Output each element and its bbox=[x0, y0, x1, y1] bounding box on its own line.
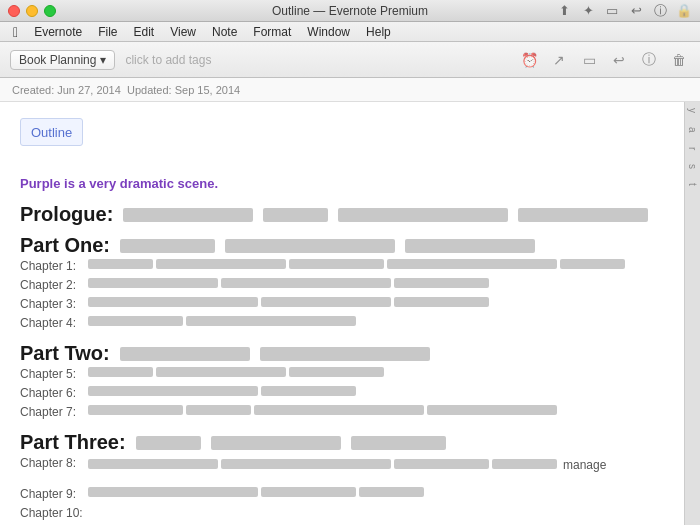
chapter-row: Chapter 3: bbox=[20, 297, 664, 315]
chapter-content bbox=[88, 405, 557, 415]
redacted-block bbox=[88, 386, 258, 396]
window-title: Outline — Evernote Premium bbox=[272, 4, 428, 18]
chapter-overflow: manage bbox=[563, 456, 606, 472]
chapter-label: Chapter 9: bbox=[20, 487, 88, 501]
section-heading-label: Prologue: bbox=[20, 203, 113, 226]
redacted-block bbox=[186, 405, 251, 415]
section-part-two: Part Two: Chapter 5: Chapter 6: bbox=[20, 342, 664, 423]
notebook-name: Book Planning bbox=[19, 53, 96, 67]
menu-note[interactable]: Note bbox=[205, 24, 244, 40]
traffic-lights bbox=[8, 5, 56, 17]
section-part-one: Part One: Chapter 1: Chapter 2: bbox=[20, 234, 664, 334]
tags-field[interactable]: click to add tags bbox=[125, 53, 211, 67]
note-title: Outline bbox=[31, 125, 72, 140]
note-meta: Created: Jun 27, 2014 Updated: Sep 15, 2… bbox=[0, 78, 700, 102]
close-button[interactable] bbox=[8, 5, 20, 17]
redacted-block bbox=[221, 278, 391, 288]
chapter-content bbox=[88, 386, 356, 396]
redacted-block bbox=[225, 239, 395, 253]
lock-icon[interactable]: 🔒 bbox=[676, 3, 692, 19]
chapter-label: Chapter 5: bbox=[20, 367, 88, 381]
notebook-selector[interactable]: Book Planning ▾ bbox=[10, 50, 115, 70]
section-prologue: Prologue: bbox=[20, 203, 664, 226]
section-heading-part-three: Part Three: bbox=[20, 431, 664, 454]
section-heading-part-two: Part Two: bbox=[20, 342, 664, 365]
menu-evernote[interactable]: Evernote bbox=[27, 24, 89, 40]
redacted-block bbox=[88, 405, 183, 415]
note-content[interactable]: Outline Purple is a very dramatic scene.… bbox=[0, 102, 684, 525]
redacted-block bbox=[427, 405, 557, 415]
section-heading-label: Part One: bbox=[20, 234, 110, 257]
redacted-block bbox=[394, 297, 489, 307]
purple-note: Purple is a very dramatic scene. bbox=[20, 176, 664, 191]
redacted-block bbox=[394, 459, 489, 469]
redacted-block bbox=[359, 487, 424, 497]
redacted-block bbox=[518, 208, 648, 222]
forward-icon[interactable]: ↩ bbox=[608, 49, 630, 71]
created-date: Created: Jun 27, 2014 bbox=[12, 84, 121, 96]
wifi-icon[interactable]: ✦ bbox=[580, 3, 596, 19]
menu-edit[interactable]: Edit bbox=[127, 24, 162, 40]
main-area: Outline Purple is a very dramatic scene.… bbox=[0, 102, 700, 525]
chapter-label: Chapter 1: bbox=[20, 259, 88, 273]
menubar:  Evernote File Edit View Note Format Wi… bbox=[0, 22, 700, 42]
redacted-block bbox=[88, 367, 153, 377]
section-heading-label: Part Three: bbox=[20, 431, 126, 454]
forward-icon[interactable]: ↩ bbox=[628, 3, 644, 19]
chapter-row: Chapter 6: bbox=[20, 386, 664, 404]
note-title-bar: Outline bbox=[20, 118, 83, 146]
menu-file[interactable]: File bbox=[91, 24, 124, 40]
redacted-block bbox=[394, 278, 489, 288]
redacted-block bbox=[560, 259, 625, 269]
sidebar-letter: r bbox=[687, 147, 698, 150]
notebook-arrow: ▾ bbox=[100, 53, 106, 67]
share-icon[interactable]: ⬆ bbox=[556, 3, 572, 19]
menu-help[interactable]: Help bbox=[359, 24, 398, 40]
sidebar-letter: t bbox=[687, 183, 698, 186]
section-heading-part-one: Part One: bbox=[20, 234, 664, 257]
redacted-block bbox=[261, 386, 356, 396]
redacted-block bbox=[88, 487, 258, 497]
chapter-row: Chapter 1: bbox=[20, 259, 664, 277]
redacted-block bbox=[88, 316, 183, 326]
sidebar-letter: a bbox=[687, 127, 698, 133]
titlebar: Outline — Evernote Premium ⬆ ✦ ▭ ↩ ⓘ 🔒 bbox=[0, 0, 700, 22]
redacted-block bbox=[221, 459, 391, 469]
sidebar-letter: s bbox=[687, 164, 698, 169]
present-icon[interactable]: ▭ bbox=[578, 49, 600, 71]
redacted-block bbox=[123, 208, 253, 222]
titlebar-action-icons: ⬆ ✦ ▭ ↩ ⓘ 🔒 bbox=[556, 3, 692, 19]
apple-menu[interactable]:  bbox=[6, 23, 25, 41]
reminder-icon[interactable]: ⏰ bbox=[518, 49, 540, 71]
chapter-content bbox=[88, 367, 384, 377]
toolbar-right-icons: ⏰ ↗ ▭ ↩ ⓘ 🗑 bbox=[518, 49, 690, 71]
chapter-row: Chapter 8: manage bbox=[20, 456, 664, 486]
menu-window[interactable]: Window bbox=[300, 24, 357, 40]
redacted-block bbox=[261, 297, 391, 307]
delete-icon[interactable]: 🗑 bbox=[668, 49, 690, 71]
redacted-block bbox=[261, 487, 356, 497]
info-icon[interactable]: ⓘ bbox=[638, 49, 660, 71]
minimize-button[interactable] bbox=[26, 5, 38, 17]
redacted-block bbox=[387, 259, 557, 269]
section-part-three: Part Three: Chapter 8: manage Chapter 9: bbox=[20, 431, 664, 524]
chapter-row: Chapter 2: bbox=[20, 278, 664, 296]
redacted-block bbox=[338, 208, 508, 222]
redacted-block bbox=[289, 367, 384, 377]
redacted-block bbox=[186, 316, 356, 326]
redacted-block bbox=[88, 297, 258, 307]
chapter-row: Chapter 4: bbox=[20, 316, 664, 334]
chapter-content: manage bbox=[88, 456, 606, 472]
section-heading-label: Part Two: bbox=[20, 342, 110, 365]
menu-format[interactable]: Format bbox=[246, 24, 298, 40]
menu-view[interactable]: View bbox=[163, 24, 203, 40]
maximize-button[interactable] bbox=[44, 5, 56, 17]
redacted-block bbox=[120, 347, 250, 361]
redacted-block bbox=[260, 347, 430, 361]
info-icon[interactable]: ⓘ bbox=[652, 3, 668, 19]
screen-icon[interactable]: ▭ bbox=[604, 3, 620, 19]
share-icon[interactable]: ↗ bbox=[548, 49, 570, 71]
chapter-row: Chapter 9: bbox=[20, 487, 664, 505]
chapter-content bbox=[88, 297, 489, 307]
redacted-block bbox=[156, 367, 286, 377]
